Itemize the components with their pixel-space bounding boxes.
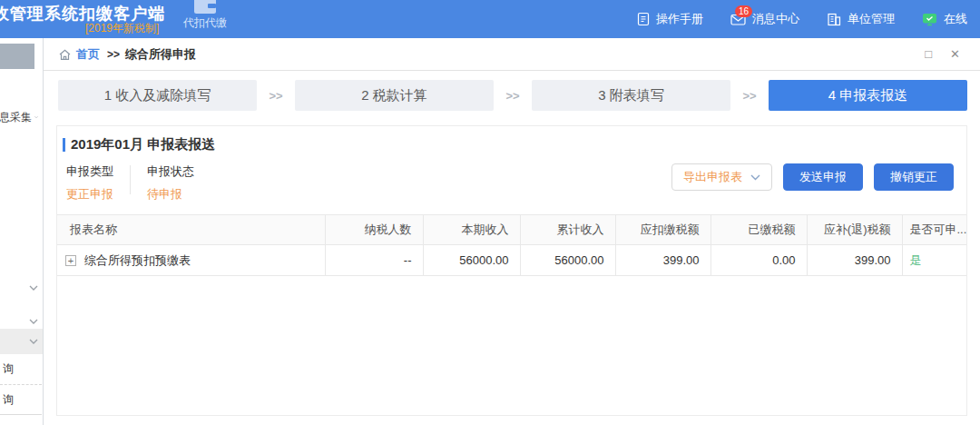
sidebar-item-active-group[interactable] xyxy=(0,329,43,354)
withhold-tax-cell: 399.00 xyxy=(615,245,710,276)
tab-withholding[interactable]: 代扣代缴 xyxy=(174,0,236,38)
chevron-down-icon xyxy=(750,174,760,181)
title-accent-bar xyxy=(63,138,65,152)
window-controls: □ ✕ xyxy=(925,48,980,60)
report-name-cell: + 综合所得预扣预缴表 xyxy=(57,252,325,269)
revoke-correction-button[interactable]: 撤销更正 xyxy=(874,163,954,191)
col-header-report-name: 报表名称 xyxy=(57,215,325,245)
sidebar-item-collect-label: 息采集 xyxy=(0,110,32,125)
declare-status-value: 待申报 xyxy=(147,186,194,203)
tab-withholding-label: 代扣代缴 xyxy=(183,15,227,31)
col-header-declarable: 是否可申... xyxy=(902,215,966,245)
mail-icon-wrap: 16 xyxy=(730,14,746,25)
sidebar-item-query-2[interactable]: 询 xyxy=(0,384,42,414)
sidebar-item-clipped-1[interactable] xyxy=(0,278,43,298)
panel-title-row: 2019年01月 申报表报送 xyxy=(57,126,966,153)
meta-divider xyxy=(130,165,131,194)
online-status: 在线 xyxy=(922,11,967,27)
col-header-taxpayer-count: 纳税人数 xyxy=(325,215,423,245)
cumulative-income-cell: 56000.00 xyxy=(520,245,615,276)
step-separator: >> xyxy=(257,89,295,103)
document-icon xyxy=(637,12,650,26)
declarable-cell: 是 xyxy=(902,245,966,276)
chevron-down-icon xyxy=(29,285,38,291)
sidebar-submenu: 询 询 xyxy=(0,354,42,415)
export-declaration-label: 导出申报表 xyxy=(683,169,742,185)
step-3-attachments[interactable]: 3 附表填写 xyxy=(532,80,730,111)
table-row[interactable]: + 综合所得预扣预缴表 -- 56000.00 56000.00 399.00 … xyxy=(57,245,966,276)
declare-type-group: 申报类型 更正申报 xyxy=(66,163,113,203)
breadcrumb-home[interactable]: 首页 xyxy=(58,46,100,63)
step-separator: >> xyxy=(730,89,769,103)
step-separator: >> xyxy=(494,89,532,103)
action-buttons: 导出申报表 发送申报 撤销更正 xyxy=(671,163,954,191)
step-wizard: 1 收入及减除填写 >> 2 税款计算 >> 3 附表填写 >> 4 申报表报送 xyxy=(58,80,967,111)
online-monitor-icon xyxy=(922,13,937,26)
app-window: 收管理系统扣缴客户端 [2019年新税制] 代扣代缴 操作手册 16 xyxy=(0,0,980,425)
breadcrumb-home-label: 首页 xyxy=(76,46,100,63)
org-management-label: 单位管理 xyxy=(848,11,895,27)
declare-status-label: 申报状态 xyxy=(147,163,194,180)
report-name: 综合所得预扣预缴表 xyxy=(84,252,191,269)
col-header-supplement-refund-tax: 应补(退)税额 xyxy=(807,215,902,245)
manual-button[interactable]: 操作手册 xyxy=(637,11,703,27)
declare-type-label: 申报类型 xyxy=(66,163,113,180)
maximize-icon[interactable]: □ xyxy=(925,48,932,60)
current-income-cell: 56000.00 xyxy=(423,245,520,276)
period-title: 2019年01月 申报表报送 xyxy=(71,136,215,153)
online-label: 在线 xyxy=(944,11,967,27)
tax-scheme-label: [2019年新税制] xyxy=(85,21,159,36)
step-1-income[interactable]: 1 收入及减除填写 xyxy=(58,80,257,111)
step-2-tax-calc[interactable]: 2 税款计算 xyxy=(295,80,494,111)
sidebar-gray-block xyxy=(0,44,34,69)
expand-row-icon[interactable]: + xyxy=(65,255,76,266)
home-icon xyxy=(58,48,72,61)
sidebar: 息采集 询 询 xyxy=(0,38,44,425)
topbar-actions: 操作手册 16 消息中心 单位管理 xyxy=(637,0,967,38)
declaration-panel: 2019年01月 申报表报送 申报类型 更正申报 申报状态 待申报 导出申报表 xyxy=(56,125,967,416)
main-content: 1 收入及减除填写 >> 2 税款计算 >> 3 附表填写 >> 4 申报表报送… xyxy=(44,71,980,425)
chevron-down-icon xyxy=(29,339,38,344)
building-icon xyxy=(827,13,841,26)
message-center-label: 消息中心 xyxy=(752,11,799,27)
breadcrumb-separator: >> xyxy=(107,48,120,61)
org-management-button[interactable]: 单位管理 xyxy=(827,11,895,27)
sidebar-item-collect[interactable]: 息采集 xyxy=(0,107,43,127)
step-4-submit[interactable]: 4 申报表报送 xyxy=(769,80,967,111)
chevron-down-icon xyxy=(29,319,38,324)
col-header-paid-tax: 已缴税额 xyxy=(710,215,807,245)
topbar: 收管理系统扣缴客户端 [2019年新税制] 代扣代缴 操作手册 16 xyxy=(0,0,980,38)
sidebar-item-query-1[interactable]: 询 xyxy=(0,354,42,384)
col-header-cumulative-income: 累计收入 xyxy=(520,215,615,245)
export-declaration-button[interactable]: 导出申报表 xyxy=(671,163,772,191)
declaration-table: 报表名称 纳税人数 本期收入 累计收入 应扣缴税额 已缴税额 应补(退)税额 是… xyxy=(57,214,966,276)
breadcrumb-current: 综合所得申报 xyxy=(125,46,196,63)
wallet-icon xyxy=(193,0,217,15)
paid-tax-cell: 0.00 xyxy=(710,245,807,276)
table-header-row: 报表名称 纳税人数 本期收入 累计收入 应扣缴税额 已缴税额 应补(退)税额 是… xyxy=(57,215,966,245)
col-header-withhold-tax: 应扣缴税额 xyxy=(615,215,710,245)
taxpayer-count-cell: -- xyxy=(325,245,423,276)
declare-type-value: 更正申报 xyxy=(66,186,113,203)
message-badge: 16 xyxy=(735,5,752,17)
manual-label: 操作手册 xyxy=(656,11,703,27)
col-header-current-income: 本期收入 xyxy=(423,215,520,245)
chevron-down-icon xyxy=(34,114,38,120)
breadcrumb-bar: 首页 >> 综合所得申报 □ ✕ xyxy=(44,38,980,71)
declare-status-group: 申报状态 待申报 xyxy=(147,163,194,203)
send-declaration-button[interactable]: 发送申报 xyxy=(783,163,863,191)
close-icon[interactable]: ✕ xyxy=(950,48,960,60)
message-center-button[interactable]: 16 消息中心 xyxy=(730,11,799,27)
supplement-refund-tax-cell: 399.00 xyxy=(807,245,902,276)
declaration-meta-row: 申报类型 更正申报 申报状态 待申报 导出申报表 发送申报 撤销更正 xyxy=(57,153,966,214)
